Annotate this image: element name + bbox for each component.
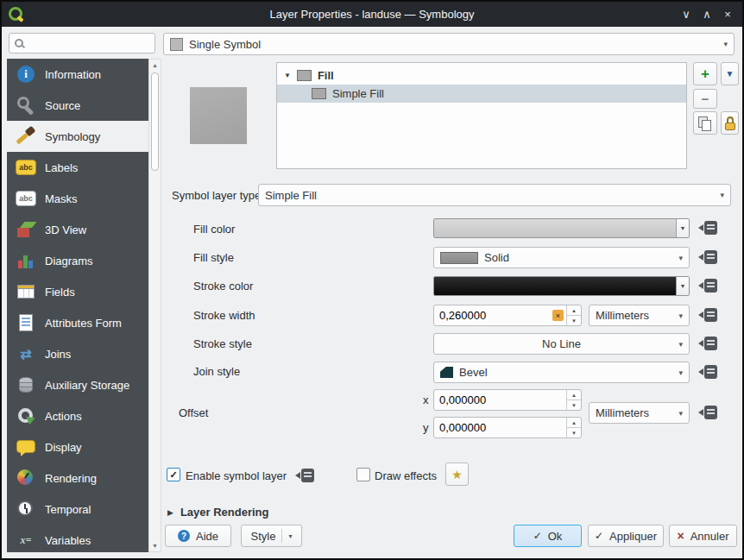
fill-color-swatch bbox=[434, 219, 676, 237]
tree-item-fill[interactable]: ▼ Fill bbox=[277, 66, 686, 85]
stroke-style-override-button[interactable] bbox=[697, 333, 723, 354]
spin-up-button[interactable]: ▲ bbox=[567, 305, 581, 316]
offset-x-spinbox[interactable]: ▲ ▼ bbox=[433, 389, 582, 411]
apply-button[interactable]: ✓ Appliquer bbox=[588, 525, 664, 547]
check-icon: ✓ bbox=[169, 470, 177, 480]
offset-x-input[interactable] bbox=[434, 393, 566, 407]
sidebar-item-temporal[interactable]: Temporal bbox=[7, 494, 148, 525]
fill-color-button[interactable]: ▾ bbox=[433, 218, 690, 238]
remove-symbol-layer-button[interactable]: − bbox=[693, 89, 717, 109]
add-symbol-layer-button[interactable]: + bbox=[693, 62, 717, 85]
move-down-button[interactable]: ▼ bbox=[721, 62, 739, 85]
stroke-color-label: Stroke color bbox=[193, 280, 253, 293]
stroke-width-override-button[interactable] bbox=[697, 305, 723, 325]
offset-override-button[interactable] bbox=[697, 402, 723, 423]
style-button-label: Style bbox=[251, 530, 276, 543]
stroke-color-override-button[interactable] bbox=[697, 275, 723, 296]
draw-effects-checkbox[interactable] bbox=[356, 468, 370, 481]
clock-icon bbox=[16, 499, 36, 519]
ok-button[interactable]: ✓ Ok bbox=[514, 525, 582, 547]
sidebar-item-symbology[interactable]: Symbology bbox=[7, 121, 148, 152]
sidebar-item-source[interactable]: Source bbox=[7, 90, 148, 121]
sidebar-item-display[interactable]: Display bbox=[7, 431, 148, 462]
sidebar-item-auxiliary-storage[interactable]: Auxiliary Storage bbox=[7, 369, 148, 400]
lock-color-button[interactable] bbox=[721, 111, 739, 135]
sidebar-item-information[interactable]: Information bbox=[7, 59, 148, 90]
offset-unit-select[interactable]: Millimeters ▾ bbox=[589, 402, 690, 424]
symbol-type-select[interactable]: Single Symbol ▾ bbox=[163, 33, 735, 55]
single-symbol-icon bbox=[170, 38, 183, 51]
maximize-button[interactable]: ∧ bbox=[697, 5, 716, 24]
symbol-layer-type-select[interactable]: Simple Fill ▾ bbox=[258, 184, 731, 206]
join-style-override-button[interactable] bbox=[697, 362, 723, 382]
titlebar[interactable]: Layer Properties - landuse — Symbology ∨… bbox=[2, 2, 742, 27]
chevron-down-icon[interactable]: ▾ bbox=[676, 277, 689, 295]
stroke-style-select[interactable]: No Line ▾ bbox=[433, 333, 690, 355]
sidebar-item-3d-view[interactable]: 3D View bbox=[7, 214, 148, 245]
layer-rendering-toggle[interactable]: ▶ Layer Rendering bbox=[167, 506, 269, 519]
scroll-down-icon[interactable]: ▼ bbox=[149, 543, 161, 549]
expander-icon[interactable]: ▼ bbox=[284, 72, 291, 79]
enable-symbol-layer-checkbox[interactable]: ✓ bbox=[167, 468, 180, 481]
fill-style-select[interactable]: Solid ▾ bbox=[433, 247, 690, 268]
cancel-button[interactable]: × Annuler bbox=[669, 525, 737, 547]
join-style-select[interactable]: Bevel ▾ bbox=[433, 362, 690, 383]
spin-down-button[interactable]: ▼ bbox=[567, 316, 581, 325]
chevron-down-icon[interactable]: ▾ bbox=[676, 219, 689, 237]
close-button[interactable]: × bbox=[718, 5, 737, 24]
spin-down-button[interactable]: ▼ bbox=[567, 428, 581, 437]
stroke-width-spinbox[interactable]: × ▲ ▼ bbox=[433, 305, 582, 326]
chevron-down-icon: ▾ bbox=[720, 191, 724, 199]
enable-layer-override-button[interactable] bbox=[294, 465, 320, 486]
scrollbar-thumb[interactable] bbox=[151, 72, 159, 171]
stroke-style-value: No Line bbox=[542, 337, 581, 350]
wrench-icon bbox=[16, 95, 36, 116]
minimize-button[interactable]: ∨ bbox=[677, 5, 696, 24]
window-controls: ∨ ∧ × bbox=[677, 2, 737, 27]
sidebar-item-actions[interactable]: Actions bbox=[7, 400, 148, 431]
sidebar-item-joins[interactable]: Joins bbox=[7, 338, 148, 369]
style-button[interactable]: Style ▾ bbox=[241, 525, 302, 547]
offset-unit-value: Millimeters bbox=[596, 406, 649, 419]
stroke-color-button[interactable]: ▾ bbox=[433, 276, 690, 296]
info-icon bbox=[16, 64, 36, 85]
join-style-value: Bevel bbox=[459, 366, 488, 379]
sidebar-item-labels[interactable]: Labels bbox=[7, 152, 148, 183]
chevron-down-icon: ▾ bbox=[678, 409, 683, 418]
fill-style-label: Fill style bbox=[193, 251, 234, 264]
fill-style-override-button[interactable] bbox=[697, 247, 723, 267]
sidebar-item-label: Masks bbox=[45, 192, 78, 205]
search-box[interactable] bbox=[9, 33, 155, 53]
search-input[interactable] bbox=[25, 36, 150, 51]
fill-color-override-button[interactable] bbox=[697, 217, 723, 238]
layer-rendering-label: Layer Rendering bbox=[180, 506, 269, 519]
stroke-width-unit-value: Millimeters bbox=[596, 309, 649, 322]
effects-options-button[interactable]: ★ bbox=[445, 462, 469, 486]
help-button[interactable]: ? Aide bbox=[165, 525, 231, 547]
bevel-join-icon bbox=[440, 367, 453, 378]
duplicate-symbol-layer-button[interactable] bbox=[693, 111, 717, 135]
data-defined-icon bbox=[704, 365, 717, 379]
spin-up-button[interactable]: ▲ bbox=[567, 418, 581, 428]
spin-up-button[interactable]: ▲ bbox=[567, 390, 581, 400]
arrow-down-icon: ▼ bbox=[726, 69, 735, 79]
sidebar-item-variables[interactable]: Variables bbox=[7, 525, 148, 552]
clear-icon[interactable]: × bbox=[552, 310, 564, 321]
offset-y-input[interactable] bbox=[434, 420, 566, 435]
tree-item-label: Simple Fill bbox=[332, 87, 384, 100]
sidebar-item-masks[interactable]: Masks bbox=[7, 183, 148, 214]
check-icon: ✓ bbox=[533, 530, 542, 542]
scroll-up-icon[interactable]: ▲ bbox=[149, 62, 161, 68]
tree-item-simple-fill[interactable]: Simple Fill bbox=[277, 85, 686, 103]
sidebar-item-diagrams[interactable]: Diagrams bbox=[7, 245, 148, 276]
spin-down-button[interactable]: ▼ bbox=[567, 400, 581, 410]
sidebar-scrollbar[interactable]: ▲ ▼ bbox=[148, 59, 161, 552]
masks-icon bbox=[16, 188, 36, 209]
stroke-width-input[interactable] bbox=[434, 308, 552, 323]
sidebar-item-attributes-form[interactable]: Attributes Form bbox=[7, 307, 148, 338]
offset-y-spinbox[interactable]: ▲ ▼ bbox=[433, 417, 582, 438]
sidebar-item-fields[interactable]: Fields bbox=[7, 276, 148, 307]
sidebar-item-rendering[interactable]: Rendering bbox=[7, 462, 148, 494]
solid-style-swatch bbox=[440, 252, 478, 264]
stroke-width-unit-select[interactable]: Millimeters ▾ bbox=[589, 305, 690, 326]
